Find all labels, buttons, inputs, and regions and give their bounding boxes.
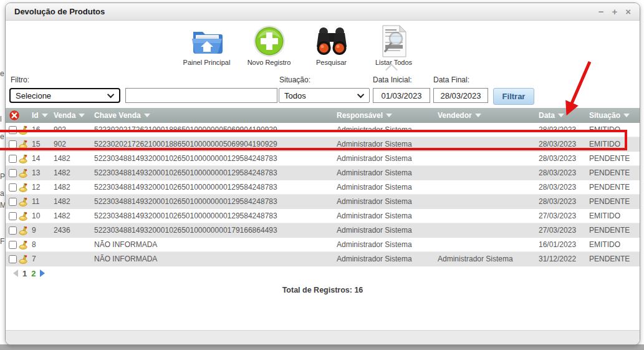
document-search-icon	[380, 24, 408, 58]
cell-responsavel: Administrador Sistema	[333, 154, 434, 163]
stamp-edit-icon[interactable]	[19, 140, 28, 149]
data-final-label: Data Final:	[433, 75, 469, 84]
pesquisar-button[interactable]: Pesquisar	[303, 24, 360, 66]
row-checkbox[interactable]	[9, 198, 17, 206]
cell-chave-venda: NÃO INFORMADA	[90, 240, 333, 249]
table-row[interactable]: 9 2436 522303488149320001026501000000001…	[6, 223, 640, 238]
row-checkbox[interactable]	[9, 155, 17, 163]
page-number-1[interactable]: 1	[22, 269, 27, 278]
sort-icon	[386, 114, 392, 117]
row-checkbox[interactable]	[9, 169, 17, 177]
row-select-cell	[6, 255, 28, 264]
table-row[interactable]: 8 NÃO INFORMADA Administrador Sistema 16…	[6, 238, 640, 252]
row-select-cell	[6, 125, 28, 135]
cell-chave-venda: 5223034881493200010265010000000012958424…	[90, 211, 333, 220]
cell-chave-venda: 5223034881493200010265010000000012958424…	[90, 154, 333, 163]
row-checkbox[interactable]	[9, 212, 17, 220]
cell-id: 12	[28, 183, 50, 192]
stamp-edit-icon[interactable]	[19, 168, 28, 178]
row-select-cell	[6, 183, 28, 192]
row-checkbox[interactable]	[9, 183, 17, 192]
data-inicial-input[interactable]	[373, 88, 430, 103]
total-registros: Total de Registros: 16	[6, 286, 640, 294]
stamp-edit-icon[interactable]	[19, 211, 28, 221]
delete-selected-icon[interactable]	[9, 110, 20, 121]
column-header-responsavel[interactable]: Responsável	[333, 111, 434, 120]
cell-chave-venda: NÃO INFORMADA	[90, 255, 333, 263]
cell-chave-venda: 5223020217262100018865010000000506990419…	[90, 140, 333, 148]
chevron-down-icon	[357, 91, 364, 98]
cell-situacao: PENDENTE	[585, 197, 640, 206]
table-row[interactable]: 7 NÃO INFORMADA Administrador Sistema Ad…	[6, 252, 640, 266]
column-header-id[interactable]: Id	[28, 111, 50, 120]
cell-responsavel: Administrador Sistema	[333, 183, 434, 192]
next-page-arrow-icon[interactable]	[40, 270, 45, 277]
row-select-cell	[6, 197, 28, 207]
filtrar-button[interactable]: Filtrar	[493, 88, 534, 105]
row-checkbox[interactable]	[9, 140, 17, 148]
column-header-vendedor[interactable]: Vendedor	[434, 111, 535, 120]
cell-data: 16/01/2023	[535, 240, 585, 249]
cell-venda: 902	[50, 140, 90, 148]
cell-responsavel: Administrador Sistema	[333, 240, 434, 249]
cell-venda: 2436	[50, 226, 90, 235]
cell-venda: 1482	[50, 197, 90, 206]
stamp-edit-icon[interactable]	[19, 183, 28, 192]
background-text-fragment: a	[0, 189, 5, 198]
column-header-data[interactable]: Data	[535, 111, 585, 120]
row-checkbox[interactable]	[9, 241, 17, 249]
cell-data: 28/03/2023	[535, 168, 585, 177]
devolucao-de-produtos-window: Devolução de Produtos − + × Painel Princ…	[5, 2, 640, 345]
filtro-label: Filtro:	[11, 75, 29, 84]
data-final-input[interactable]	[433, 88, 488, 103]
cell-data: 28/03/2023	[535, 183, 585, 192]
stamp-edit-icon[interactable]	[19, 240, 28, 250]
table-row[interactable]: 12 1482 52230348814932000102650100000000…	[6, 180, 640, 195]
table-row[interactable]: 11 1482 52230348814932000102650100000000…	[6, 195, 640, 209]
row-checkbox[interactable]	[9, 226, 17, 235]
table-row[interactable]: 15 902 522302021726210001886501000000050…	[6, 137, 640, 152]
cell-responsavel: Administrador Sistema	[333, 226, 434, 235]
filter-text-input[interactable]	[125, 88, 277, 103]
cell-situacao: PENDENTE	[585, 168, 640, 177]
table-row[interactable]: 16 902 522302021726210001886501000000050…	[6, 123, 640, 137]
table-row[interactable]: 10 1482 52230348814932000102650100000000…	[6, 209, 640, 223]
background-page-bottom-bar	[0, 344, 644, 350]
novo-registro-button[interactable]: Novo Registro	[241, 24, 298, 66]
cell-chave-venda: 5223034881493200010265010000000017916686…	[90, 226, 333, 235]
stamp-edit-icon[interactable]	[19, 125, 28, 135]
filtro-select[interactable]: Selecione	[9, 88, 120, 103]
cell-venda: 1482	[50, 211, 90, 220]
row-checkbox[interactable]	[9, 255, 17, 263]
minimize-button[interactable]: −	[598, 7, 604, 16]
cell-id: 10	[28, 211, 50, 220]
maximize-button[interactable]: +	[612, 7, 617, 16]
cell-responsavel: Administrador Sistema	[333, 197, 434, 206]
stamp-edit-icon[interactable]	[19, 226, 28, 235]
cell-data: 27/03/2023	[535, 211, 585, 220]
cell-venda: 1482	[50, 183, 90, 192]
column-header-situacao[interactable]: Situação	[585, 111, 640, 120]
new-record-plus-icon	[252, 24, 286, 58]
column-header-chave-venda[interactable]: Chave Venda	[90, 111, 333, 120]
painel-principal-label: Painel Principal	[183, 59, 231, 66]
stamp-edit-icon[interactable]	[19, 255, 28, 264]
toolbar: Painel Principal Novo Registro	[6, 21, 640, 73]
painel-principal-button[interactable]: Painel Principal	[178, 24, 236, 66]
close-button[interactable]: ×	[625, 7, 631, 16]
table-row[interactable]: 14 1482 52230348814932000102650100000000…	[6, 152, 640, 166]
table-row[interactable]: 13 1482 52230348814932000102650100000000…	[6, 166, 640, 180]
previous-page-arrow-icon[interactable]	[13, 270, 18, 277]
filter-bar: Filtro: Selecione Situação: Todos Data I…	[6, 73, 640, 108]
row-checkbox[interactable]	[9, 126, 17, 134]
column-header-venda[interactable]: Venda	[50, 111, 90, 120]
stamp-edit-icon[interactable]	[19, 197, 28, 207]
table-body: 16 902 522302021726210001886501000000050…	[6, 123, 640, 266]
situacao-select[interactable]: Todos	[279, 88, 370, 103]
cell-situacao: PENDENTE	[585, 255, 640, 263]
stamp-edit-icon[interactable]	[19, 154, 28, 163]
row-select-cell	[6, 226, 28, 235]
sort-icon	[558, 114, 564, 117]
listar-todos-button[interactable]: Listar Todos	[365, 24, 423, 66]
page-number-2[interactable]: 2	[31, 269, 36, 278]
